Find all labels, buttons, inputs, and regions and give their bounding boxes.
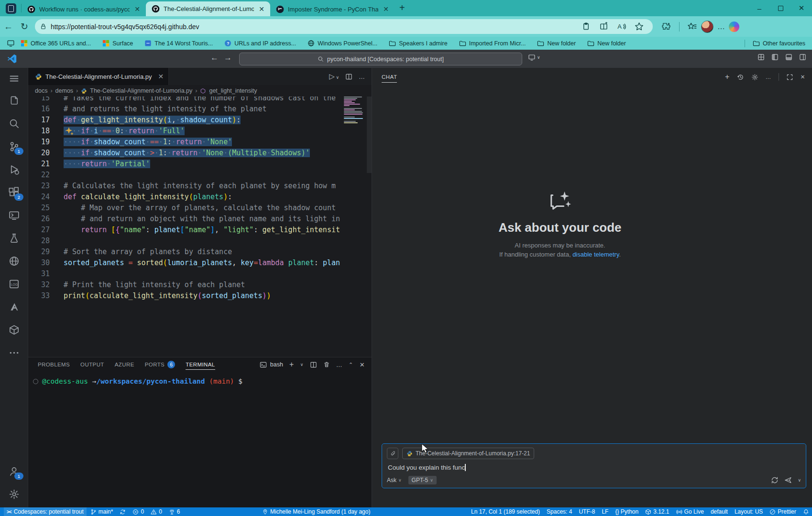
editor-back-icon[interactable]: ← xyxy=(210,53,219,63)
favorite-item-7[interactable]: Imported From Micr... xyxy=(459,40,526,47)
status-item-right-5[interactable]: {} Python xyxy=(615,508,638,515)
code-line-26[interactable]: # and return an object with the planet n… xyxy=(28,214,340,225)
breadcrumb-item-1[interactable]: docs xyxy=(35,87,47,94)
chat-expand-icon[interactable] xyxy=(786,74,793,81)
activity-github-actions[interactable] xyxy=(0,249,28,272)
browser-menu-icon[interactable]: … xyxy=(717,22,725,31)
code-line-18[interactable]: ····if·i·==·0:·return·'Full' xyxy=(28,126,340,137)
chat-input-box[interactable]: The-Celestial-Alignment-of-Lumoria.py:17… xyxy=(382,443,806,488)
code-line-23[interactable]: # Calculates the light intensity of each… xyxy=(28,181,340,192)
disable-telemetry-link[interactable]: disable telemetry xyxy=(572,251,619,258)
activity-accounts[interactable]: 1 xyxy=(0,460,28,483)
panel-tab-azure[interactable]: AZURE xyxy=(115,362,134,367)
back-button[interactable]: ← xyxy=(4,22,13,32)
customize-layout-icon[interactable] xyxy=(757,54,765,61)
model-picker-dropdown[interactable]: GPT-5∨ xyxy=(408,476,437,484)
code-line-20[interactable]: ····if·shadow_count·>·1:·return·'None·(M… xyxy=(28,148,340,159)
voice-chat-icon[interactable] xyxy=(771,476,779,484)
close-tab-icon[interactable]: ✕ xyxy=(133,5,141,13)
code-line-25[interactable]: # Map over the array of planets, calcula… xyxy=(28,203,340,214)
breadcrumb-item-2[interactable]: demos xyxy=(55,87,74,94)
code-line-21[interactable]: ····return·'Partial' xyxy=(28,159,340,170)
send-dropdown-icon[interactable]: ∨ xyxy=(798,478,801,483)
favorite-item-5[interactable]: Windows PowerShel... xyxy=(307,40,377,47)
code-line-15[interactable]: # Takes the current index and the number… xyxy=(28,97,340,104)
chat-mode-dropdown[interactable]: Ask∨ xyxy=(387,477,402,484)
new-chat-icon[interactable]: + xyxy=(725,73,730,81)
status-item-right-3[interactable]: UTF-8 xyxy=(579,508,595,515)
status-item-right-6[interactable]: 3.12.1 xyxy=(645,508,669,515)
address-bar[interactable]: https://potential-trout-v5g4qv5qx626q4j.… xyxy=(35,19,653,34)
activity-settings[interactable] xyxy=(0,483,28,505)
code-line-31[interactable] xyxy=(28,269,340,280)
close-tab-icon[interactable]: ✕ xyxy=(158,73,164,80)
status-blame[interactable]: Michelle Mei-Ling Sandford (1 day ago) xyxy=(262,508,377,515)
close-tab-icon[interactable]: ✕ xyxy=(382,5,390,13)
status-item-right-11[interactable] xyxy=(803,509,809,515)
favorite-item-2[interactable]: Surface xyxy=(102,40,133,47)
status-item-left-3[interactable] xyxy=(120,509,126,515)
code-line-24[interactable]: def calculate_light_intensity(planets): xyxy=(28,192,340,203)
chat-input-text[interactable]: Could you explain this func xyxy=(388,464,800,471)
code-editor[interactable]: 15161718192021222324252627282930313233 #… xyxy=(28,97,372,357)
status-item-center-1[interactable]: Michelle Mei-Ling Sandford (1 day ago) xyxy=(262,508,370,515)
maximize-panel-icon[interactable]: ⌃ xyxy=(349,362,353,368)
breadcrumb-item-4[interactable]: get_light_intensity xyxy=(209,87,257,94)
new-terminal-button[interactable]: + xyxy=(289,360,294,369)
run-python-button[interactable]: ▷ ∨ xyxy=(329,72,339,81)
panel-tab-ports[interactable]: PORTS6 xyxy=(145,361,175,368)
editor-forward-icon[interactable]: → xyxy=(224,53,232,63)
favorite-item-8[interactable]: New folder xyxy=(537,40,576,47)
chat-close-icon[interactable]: ✕ xyxy=(801,74,805,80)
activity-output-log[interactable]: LOG xyxy=(0,272,28,295)
activity-remote-explorer[interactable] xyxy=(0,204,28,226)
close-panel-icon[interactable]: ✕ xyxy=(360,361,365,368)
status-item-left-2[interactable]: main* xyxy=(90,508,113,515)
code-line-30[interactable]: sorted_planets = sorted(lumoria_planets,… xyxy=(28,258,340,269)
activity-menu[interactable] xyxy=(0,68,28,89)
panel-tab-problems[interactable]: PROBLEMS xyxy=(38,362,70,367)
favorite-item-3[interactable]: The 14 Worst Touris... xyxy=(144,40,213,47)
minimize-button[interactable]: – xyxy=(749,4,770,12)
activity-run-debug[interactable] xyxy=(0,158,28,181)
code-line-29[interactable]: # Sort the array of planets by distance xyxy=(28,247,340,258)
read-aloud-icon[interactable]: A xyxy=(617,22,626,31)
terminal[interactable]: @codess-aus →/workspaces/pycon-thailand … xyxy=(28,372,372,386)
panel-tab-output[interactable]: OUTPUT xyxy=(80,362,104,367)
chat-settings-icon[interactable] xyxy=(751,74,758,81)
status-item-right-7[interactable]: Go Live xyxy=(676,508,704,515)
close-tab-icon[interactable]: ✕ xyxy=(258,5,265,13)
favorites-hub-icon[interactable] xyxy=(688,22,697,31)
activity-azure[interactable] xyxy=(0,295,28,318)
send-icon[interactable] xyxy=(784,476,792,484)
split-editor-icon[interactable] xyxy=(345,73,352,80)
status-item-right-2[interactable]: Spaces: 4 xyxy=(547,508,572,515)
favorite-item-6[interactable]: Speakers I admire xyxy=(389,40,447,47)
profile-avatar[interactable] xyxy=(701,21,713,33)
attach-context-button[interactable] xyxy=(387,448,398,459)
activity-containers[interactable] xyxy=(0,318,28,341)
send-to-devices-icon[interactable] xyxy=(582,22,591,31)
code-line-22[interactable] xyxy=(28,170,340,181)
minimap[interactable] xyxy=(344,97,367,124)
forwarded-ports-indicator[interactable]: ∨ xyxy=(528,54,540,61)
code-line-28[interactable] xyxy=(28,236,340,247)
activity-extensions[interactable]: 2 xyxy=(0,181,28,204)
toggle-secondary-sidebar-icon[interactable] xyxy=(799,54,806,61)
chat-tab[interactable]: CHAT xyxy=(382,74,397,83)
favorites-monitor-icon[interactable] xyxy=(7,39,15,47)
editor-scrollbar[interactable] xyxy=(367,97,372,173)
other-favourites[interactable]: Other favourites xyxy=(745,40,805,47)
command-center-search[interactable]: pycon-thailand [Codespaces: potential tr… xyxy=(239,53,522,65)
activity-search[interactable] xyxy=(0,112,28,135)
refresh-button[interactable]: ↻ xyxy=(21,21,28,32)
code-line-17[interactable]: def·get_light_intensity(i,·shadow_count)… xyxy=(28,115,340,126)
favorite-item-1[interactable]: Office 365 URLs and... xyxy=(21,40,91,47)
split-terminal-icon[interactable] xyxy=(310,361,317,368)
activity-more[interactable] xyxy=(0,341,28,364)
status-item-right-8[interactable]: default xyxy=(711,508,728,515)
browser-tab-2[interactable]: The-Celestial-Alignment-of-Lumo✕ xyxy=(146,1,270,16)
restore-button[interactable] xyxy=(770,4,791,12)
chat-more-icon[interactable]: … xyxy=(766,74,771,80)
favorite-item-4[interactable]: ?URLs and IP address... xyxy=(224,40,296,47)
